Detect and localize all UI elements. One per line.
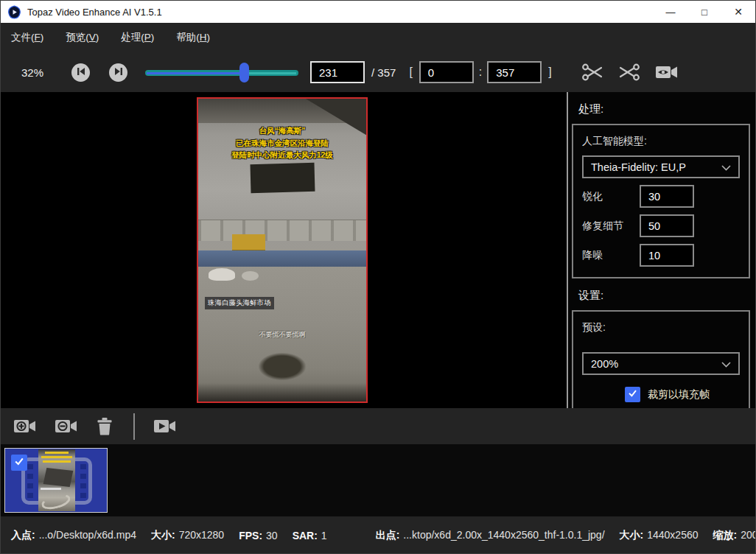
app-window: Topaz Video Enhance AI V1.5.1 — □ ✕ 文件(F… xyxy=(0,0,756,554)
timeline-handle[interactable] xyxy=(239,63,249,83)
checkbox-check-icon xyxy=(627,388,638,402)
dropdown-chevron-icon xyxy=(721,161,731,174)
menu-file[interactable]: 文件(F) xyxy=(11,31,43,44)
menu-process[interactable]: 处理(P) xyxy=(121,31,154,44)
video-headline-overlay: 台风“海高斯” 已在珠海市金湾区沿海登陆 登陆时中心附近最大风力12级 xyxy=(198,125,366,161)
main-area: 台风“海高斯” 已在珠海市金湾区沿海登陆 登陆时中心附近最大风力12级 珠海白藤… xyxy=(1,92,755,408)
restore-detail-label: 修复细节 xyxy=(582,220,640,233)
preset-dropdown[interactable]: 200% xyxy=(582,352,740,375)
menu-preview[interactable]: 预览(V) xyxy=(66,31,99,44)
checkbox-check-icon xyxy=(13,455,25,470)
restore-detail-input[interactable] xyxy=(640,214,694,237)
denoise-label: 降噪 xyxy=(582,249,640,262)
next-frame-button[interactable] xyxy=(109,63,127,82)
crop-to-fill-label: 裁剪以填充帧 xyxy=(648,388,710,402)
thumbnail-checkbox[interactable] xyxy=(11,455,27,471)
range-colon: : xyxy=(479,66,482,79)
settings-heading: 设置: xyxy=(578,289,755,303)
sharpen-input[interactable] xyxy=(640,185,694,208)
crop-to-fill-checkbox[interactable] xyxy=(625,387,640,402)
scene-blue-wall xyxy=(198,250,366,269)
range-start-input[interactable] xyxy=(419,61,474,83)
remove-clip-icon[interactable] xyxy=(54,417,79,436)
scene-debris xyxy=(259,353,306,380)
thumbnail-image xyxy=(38,449,75,511)
clip-toolbar xyxy=(1,408,755,444)
settings-panel: 处理: 人工智能模型: Theia-Fidelity: EU,P 锐化 修复细节 xyxy=(568,92,755,408)
prev-frame-button[interactable] xyxy=(71,63,90,82)
menubar: 文件(F) 预览(V) 处理(P) 帮助(H) xyxy=(1,23,755,52)
video-location-label: 珠海白藤头海鲜市场 xyxy=(205,297,274,309)
range-end-input[interactable] xyxy=(487,61,542,83)
add-clip-icon[interactable] xyxy=(13,417,38,436)
preview-camera-icon[interactable] xyxy=(655,63,679,81)
app-logo-icon xyxy=(7,5,21,19)
processing-heading: 处理: xyxy=(578,102,755,116)
scene-bottom-shade xyxy=(198,383,366,402)
timeline-progress xyxy=(147,72,245,74)
status-out-point: 出点:...ktop/x6d_2.00x_1440x2560_thf-1.0.1… xyxy=(376,529,605,542)
status-in-size: 大小:720x1280 xyxy=(151,529,224,542)
status-in-point: 入点:...o/Desktop/x6d.mp4 xyxy=(11,529,136,542)
zoom-level-readout: 32% xyxy=(21,66,52,79)
toolbar-divider xyxy=(133,413,135,440)
status-out-size: 大小:1440x2560 xyxy=(620,529,699,542)
preview-area: 台风“海高斯” 已在珠海市金湾区沿海登陆 登陆时中心附近最大风力12级 珠海白藤… xyxy=(1,92,567,408)
dropdown-chevron-icon xyxy=(721,357,731,371)
status-scale: 缩放:200% xyxy=(713,529,756,542)
menu-help[interactable]: 帮助(H) xyxy=(176,31,210,44)
preset-value: 200% xyxy=(591,358,618,370)
delete-clip-icon[interactable] xyxy=(95,416,114,436)
prev-frame-icon xyxy=(77,66,85,79)
scene-bridge xyxy=(198,220,366,241)
range-close-bracket: ] xyxy=(548,66,551,79)
preset-label: 预设: xyxy=(582,321,740,334)
scene-yellow-container xyxy=(232,234,266,251)
titlebar: Topaz Video Enhance AI V1.5.1 — □ ✕ xyxy=(1,1,755,23)
status-sar: SAR:1 xyxy=(293,530,327,541)
playback-toolbar: 32% / 357 [ : ] xyxy=(1,52,755,92)
video-thumbnail-item[interactable] xyxy=(4,448,108,513)
next-frame-icon xyxy=(114,66,123,79)
ai-model-label: 人工智能模型: xyxy=(582,135,740,148)
video-preview-image: 台风“海高斯” 已在珠海市金湾区沿海登陆 登陆时中心附近最大风力12级 珠海白藤… xyxy=(198,99,366,402)
maximize-button[interactable]: □ xyxy=(687,1,721,23)
thumbnail-strip xyxy=(1,444,755,516)
statusbar: 入点:...o/Desktop/x6d.mp4 大小:720x1280 FPS:… xyxy=(1,516,755,554)
ai-model-value: Theia-Fidelity: EU,P xyxy=(591,161,686,173)
trim-scissors-icon[interactable] xyxy=(581,63,603,82)
video-preview-frame[interactable]: 台风“海高斯” 已在珠海市金湾区沿海登陆 登陆时中心附近最大风力12级 珠海白藤… xyxy=(197,97,368,403)
scene-submerged-car xyxy=(242,271,259,280)
close-button[interactable]: ✕ xyxy=(721,1,755,23)
scene-hanging-sign xyxy=(250,163,315,193)
scene-submerged-car xyxy=(209,268,235,280)
range-open-bracket: [ xyxy=(409,66,412,79)
sharpen-label: 锐化 xyxy=(582,190,640,203)
current-frame-input[interactable] xyxy=(310,61,365,83)
status-fps: FPS:30 xyxy=(239,530,277,541)
timeline-slider[interactable] xyxy=(145,63,298,83)
timeline-remaining xyxy=(249,72,296,74)
settings-groupbox: 预设: 200% 裁剪以填充帧 xyxy=(572,310,750,408)
ai-model-dropdown[interactable]: Theia-Fidelity: EU,P xyxy=(582,155,740,178)
video-caption-overlay: 不要慌不要慌啊 xyxy=(198,330,366,340)
split-scissors-icon[interactable] xyxy=(618,63,640,82)
frame-total-readout: / 357 xyxy=(371,66,396,79)
minimize-button[interactable]: — xyxy=(654,1,687,23)
window-title: Topaz Video Enhance AI V1.5.1 xyxy=(27,7,162,18)
process-clip-icon[interactable] xyxy=(153,417,178,436)
processing-groupbox: 人工智能模型: Theia-Fidelity: EU,P 锐化 修复细节 降噪 xyxy=(572,124,750,278)
denoise-input[interactable] xyxy=(640,244,694,267)
